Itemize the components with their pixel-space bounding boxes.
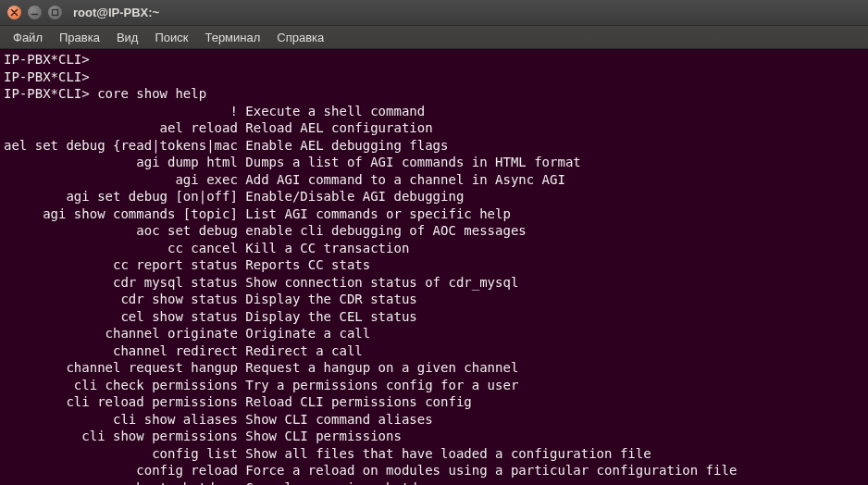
menu-edit[interactable]: Правка	[52, 29, 107, 46]
help-command: agi exec	[4, 172, 238, 187]
terminal-line: cli reload permissions Reload CLI permis…	[4, 393, 864, 411]
terminal-line: channel redirect Redirect a call	[4, 342, 864, 360]
help-command: ael set debug {read|tokens|mac	[4, 138, 238, 153]
terminal-line: cli check permissions Try a permissions …	[4, 377, 864, 394]
help-command: channel request hangup	[4, 360, 238, 375]
help-command: config reload	[4, 463, 238, 478]
terminal-line: config reload Force a reload on modules …	[4, 462, 864, 479]
terminal-line: cdr show status Display the CDR status	[4, 291, 864, 308]
help-description: Kill a CC transaction	[245, 241, 409, 255]
help-description: Execute a shell command	[245, 104, 425, 118]
terminal-line: cc report status Reports CC stats	[4, 256, 864, 274]
help-command: cdr mysql status	[4, 275, 238, 290]
help-description: enable cli debugging of AOC messages	[245, 223, 526, 238]
help-command: channel redirect	[4, 343, 238, 358]
terminal-line: channel request hangup Request a hangup …	[4, 359, 864, 377]
help-description: Enable AEL debugging flags	[245, 138, 448, 153]
help-command: cli show permissions	[4, 429, 238, 443]
terminal-line: agi exec Add AGI command to a channel in…	[4, 171, 864, 189]
help-description: Display the CEL status	[245, 309, 416, 324]
terminal-line: cdr mysql status Show connection status …	[4, 274, 864, 292]
terminal-line: agi show commands [topic] List AGI comma…	[4, 205, 864, 223]
help-command: !	[4, 104, 238, 118]
terminal-line: aoc set debug enable cli debugging of AO…	[4, 222, 864, 240]
terminal-viewport[interactable]: IP-PBX*CLI>IP-PBX*CLI>IP-PBX*CLI> core s…	[0, 49, 868, 485]
help-description: List AGI commands or specific help	[245, 206, 511, 221]
terminal-line: IP-PBX*CLI> core show help	[4, 85, 864, 103]
terminal-line: core abort shutdown Cancel a running shu…	[4, 479, 864, 486]
help-command: cdr show status	[4, 292, 238, 306]
terminal-line: agi dump html Dumps a list of AGI comman…	[4, 154, 864, 171]
help-description: Display the CDR status	[245, 292, 416, 306]
help-command: cc cancel	[4, 241, 238, 255]
help-command: cel show status	[4, 309, 238, 324]
help-command: aoc set debug	[4, 223, 238, 238]
help-description: Originate a call	[245, 326, 370, 341]
help-description: Reload AEL configuration	[245, 120, 432, 135]
title-bar: root@IP-PBX:~	[0, 0, 868, 26]
help-command: config list	[4, 446, 238, 461]
help-command: agi show commands [topic]	[4, 206, 238, 221]
help-command: channel originate	[4, 326, 238, 341]
help-command: cc report status	[4, 257, 238, 272]
help-description: Try a permissions config for a user	[245, 378, 518, 392]
help-description: Force a reload on modules using a partic…	[245, 463, 737, 478]
terminal-line: ael reload Reload AEL configuration	[4, 119, 864, 137]
help-command: cli show aliases	[4, 412, 238, 427]
terminal-line: cel show status Display the CEL status	[4, 308, 864, 326]
help-description: Show CLI command aliases	[245, 412, 432, 427]
maximize-button[interactable]	[48, 6, 62, 19]
window-title: root@IP-PBX:~	[73, 6, 159, 19]
terminal-line: channel originate Originate a call	[4, 325, 864, 342]
terminal-line: ael set debug {read|tokens|mac Enable AE…	[4, 137, 864, 155]
terminal-line: cli show permissions Show CLI permission…	[4, 428, 864, 445]
terminal-line: agi set debug [on|off] Enable/Disable AG…	[4, 188, 864, 205]
menu-bar: Файл Правка Вид Поиск Терминал Справка	[0, 26, 868, 49]
help-description: Dumps a list of AGI commands in HTML for…	[245, 155, 580, 169]
help-command: ael reload	[4, 120, 238, 135]
help-description: Redirect a call	[245, 343, 362, 358]
menu-terminal[interactable]: Терминал	[197, 29, 267, 46]
menu-search[interactable]: Поиск	[147, 29, 195, 46]
help-description: Reload CLI permissions config	[245, 394, 471, 409]
help-command: cli reload permissions	[4, 394, 238, 409]
menu-view[interactable]: Вид	[109, 29, 146, 46]
terminal-line: ! Execute a shell command	[4, 103, 864, 120]
menu-file[interactable]: Файл	[6, 29, 50, 46]
help-description: Show CLI permissions	[245, 429, 402, 443]
terminal-line: cc cancel Kill a CC transaction	[4, 240, 864, 257]
close-button[interactable]	[7, 6, 21, 19]
terminal-line: cli show aliases Show CLI command aliase…	[4, 411, 864, 429]
window-controls	[7, 6, 62, 19]
help-description: Enable/Disable AGI debugging	[245, 189, 464, 204]
help-command: agi dump html	[4, 155, 238, 169]
help-description: Cancel a running shutdown	[245, 480, 440, 486]
help-description: Show all files that have loaded a config…	[245, 446, 651, 461]
help-description: Reports CC stats	[245, 257, 370, 272]
help-command: agi set debug [on|off]	[4, 189, 238, 204]
help-command: cli check permissions	[4, 378, 238, 392]
menu-help[interactable]: Справка	[269, 29, 331, 46]
help-description: Request a hangup on a given channel	[245, 360, 518, 375]
terminal-line: IP-PBX*CLI>	[4, 68, 864, 86]
help-description: Show connection status of cdr_mysql	[245, 275, 518, 290]
help-command: core abort shutdown	[4, 480, 238, 486]
minimize-button[interactable]	[28, 6, 42, 19]
terminal-line: config list Show all files that have loa…	[4, 445, 864, 463]
svg-rect-0	[53, 10, 58, 16]
terminal-line: IP-PBX*CLI>	[4, 51, 864, 68]
help-description: Add AGI command to a channel in Async AG…	[245, 172, 565, 187]
